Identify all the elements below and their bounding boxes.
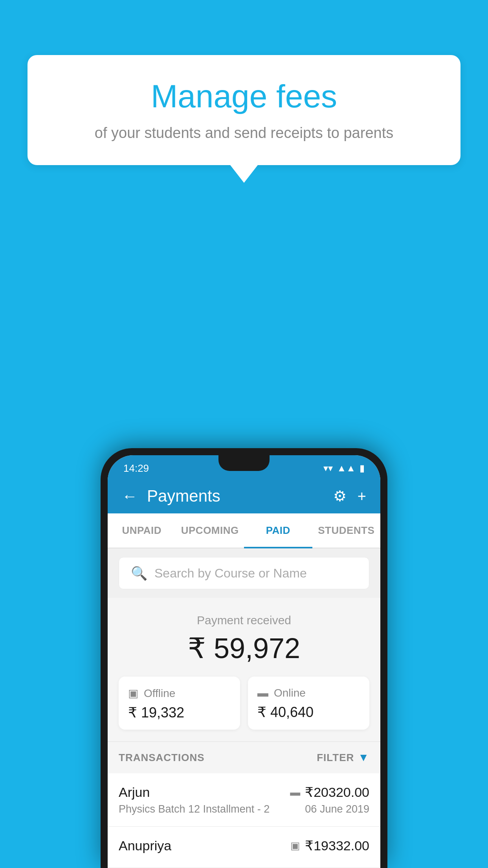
transaction-name: Anupriya [119, 838, 171, 853]
transaction-amount: ₹20320.00 [305, 784, 369, 800]
phone-container: 14:29 ▾▾ ▲▲ ▮ ← Payments ⚙ + UNPAID UP [101, 448, 387, 868]
offline-card-header: ▣ Offline [128, 687, 231, 700]
status-time: 14:29 [123, 462, 149, 474]
online-payment-icon: ▬ [290, 786, 300, 798]
filter-label: FILTER [317, 752, 354, 764]
online-payment-card: ▬ Online ₹ 40,640 [248, 677, 369, 730]
transaction-bottom: Physics Batch 12 Installment - 2 06 June… [119, 803, 369, 815]
tabs: UNPAID UPCOMING PAID STUDENTS [108, 513, 380, 548]
phone-notch [218, 455, 270, 471]
speech-bubble-title: Manage fees [55, 79, 433, 114]
signal-icon: ▲▲ [337, 463, 356, 474]
settings-icon[interactable]: ⚙ [333, 489, 347, 504]
payment-cards: ▣ Offline ₹ 19,332 ▬ Online ₹ 40,640 [119, 677, 369, 730]
transaction-amount: ₹19332.00 [305, 838, 369, 853]
header-actions: ⚙ + [333, 489, 366, 504]
search-container: 🔍 Search by Course or Name [108, 548, 380, 598]
offline-amount: ₹ 19,332 [128, 704, 231, 721]
offline-payment-icon: ▣ [290, 840, 300, 852]
battery-icon: ▮ [360, 463, 365, 474]
transaction-date: 06 June 2019 [305, 803, 369, 815]
transaction-row[interactable]: Arjun ▬ ₹20320.00 Physics Batch 12 Insta… [108, 773, 380, 827]
transaction-top: Anupriya ▣ ₹19332.00 [119, 838, 369, 853]
transaction-course: Physics Batch 12 Installment - 2 [119, 803, 270, 815]
payment-total-amount: ₹ 59,972 [119, 632, 369, 665]
payment-received-label: Payment received [119, 614, 369, 627]
payment-summary: Payment received ₹ 59,972 ▣ Offline ₹ 19… [108, 598, 380, 741]
offline-payment-card: ▣ Offline ₹ 19,332 [119, 677, 240, 730]
transactions-header: TRANSACTIONS FILTER ▼ [108, 741, 380, 773]
transaction-amount-wrap: ▬ ₹20320.00 [290, 784, 369, 800]
speech-bubble: Manage fees of your students and send re… [28, 55, 460, 165]
online-icon: ▬ [257, 687, 268, 699]
tab-upcoming[interactable]: UPCOMING [176, 513, 244, 548]
online-card-header: ▬ Online [257, 687, 360, 699]
speech-bubble-container: Manage fees of your students and send re… [28, 55, 460, 183]
tab-paid[interactable]: PAID [244, 513, 312, 548]
back-button[interactable]: ← [122, 488, 138, 504]
search-icon: 🔍 [131, 565, 147, 581]
offline-label: Offline [144, 687, 175, 700]
speech-bubble-subtitle: of your students and send receipts to pa… [55, 123, 433, 143]
online-amount: ₹ 40,640 [257, 704, 360, 721]
filter-icon: ▼ [358, 751, 369, 764]
filter-button[interactable]: FILTER ▼ [317, 751, 369, 764]
phone-outer: 14:29 ▾▾ ▲▲ ▮ ← Payments ⚙ + UNPAID UP [101, 448, 387, 868]
search-placeholder: Search by Course or Name [154, 566, 307, 581]
transaction-row[interactable]: Anupriya ▣ ₹19332.00 [108, 827, 380, 868]
phone-inner: 14:29 ▾▾ ▲▲ ▮ ← Payments ⚙ + UNPAID UP [108, 455, 380, 868]
transaction-amount-wrap: ▣ ₹19332.00 [290, 838, 369, 853]
speech-bubble-pointer [230, 165, 258, 183]
transaction-top: Arjun ▬ ₹20320.00 [119, 784, 369, 800]
wifi-icon: ▾▾ [323, 463, 333, 474]
add-icon[interactable]: + [358, 489, 366, 504]
app-header: ← Payments ⚙ + [108, 479, 380, 513]
online-label: Online [274, 687, 306, 699]
status-icons: ▾▾ ▲▲ ▮ [323, 463, 365, 474]
header-title: Payments [147, 487, 333, 506]
tab-unpaid[interactable]: UNPAID [108, 513, 176, 548]
offline-icon: ▣ [128, 687, 138, 700]
transactions-label: TRANSACTIONS [119, 752, 205, 764]
transaction-name: Arjun [119, 785, 150, 800]
tab-students[interactable]: STUDENTS [312, 513, 381, 548]
search-bar[interactable]: 🔍 Search by Course or Name [119, 557, 369, 589]
